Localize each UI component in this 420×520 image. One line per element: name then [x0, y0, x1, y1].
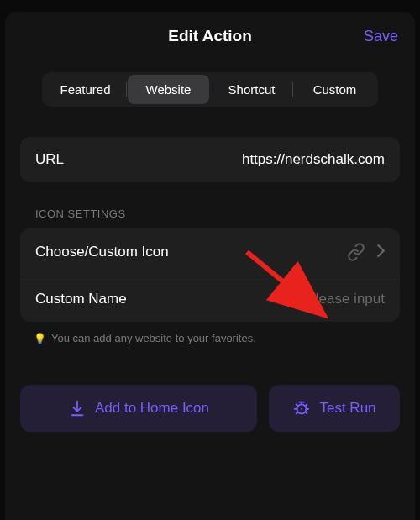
hint-text: 💡 You can add any website to your favori…: [34, 332, 415, 344]
url-row[interactable]: URL https://nerdschalk.com: [20, 137, 400, 182]
add-to-home-button[interactable]: Add to Home Icon: [20, 385, 257, 432]
tab-label: Featured: [60, 82, 110, 97]
tab-shortcut[interactable]: Shortcut: [211, 75, 292, 104]
chevron-right-icon: [377, 244, 385, 260]
icon-settings-group: Choose/Custom Icon Custom Name Please in…: [20, 228, 400, 322]
edit-action-sheet: Edit Action Save Featured Website Shortc…: [5, 12, 415, 520]
custom-name-placeholder: Please input: [306, 291, 385, 307]
tab-custom[interactable]: Custom: [294, 75, 375, 104]
url-group: URL https://nerdschalk.com: [20, 137, 400, 182]
download-icon: [68, 399, 87, 418]
url-label: URL: [35, 151, 64, 168]
icon-settings-header: ICON SETTINGS: [35, 207, 415, 220]
add-to-home-label: Add to Home Icon: [95, 400, 209, 417]
choose-icon-right: [347, 243, 385, 261]
action-buttons: Add to Home Icon Test Run: [20, 385, 400, 432]
tab-website[interactable]: Website: [128, 75, 209, 104]
page-title: Edit Action: [168, 27, 252, 45]
link-icon: [347, 243, 365, 261]
tab-label: Custom: [313, 82, 357, 97]
custom-name-row[interactable]: Custom Name Please input: [20, 276, 400, 322]
save-button[interactable]: Save: [364, 28, 398, 45]
hint-message: You can add any website to your favorite…: [51, 332, 256, 344]
test-run-label: Test Run: [319, 400, 375, 417]
choose-icon-label: Choose/Custom Icon: [35, 244, 169, 260]
tab-label: Shortcut: [228, 82, 276, 97]
choose-icon-row[interactable]: Choose/Custom Icon: [20, 228, 400, 276]
lightbulb-icon: 💡: [34, 333, 46, 344]
tab-featured[interactable]: Featured: [45, 75, 126, 104]
tab-bar: Featured Website Shortcut Custom: [42, 72, 378, 107]
test-run-button[interactable]: Test Run: [269, 385, 400, 432]
tab-label: Website: [146, 82, 192, 97]
url-value: https://nerdschalk.com: [242, 151, 385, 168]
bug-icon: [292, 399, 311, 418]
header: Edit Action Save: [5, 12, 415, 60]
custom-name-label: Custom Name: [35, 291, 127, 307]
